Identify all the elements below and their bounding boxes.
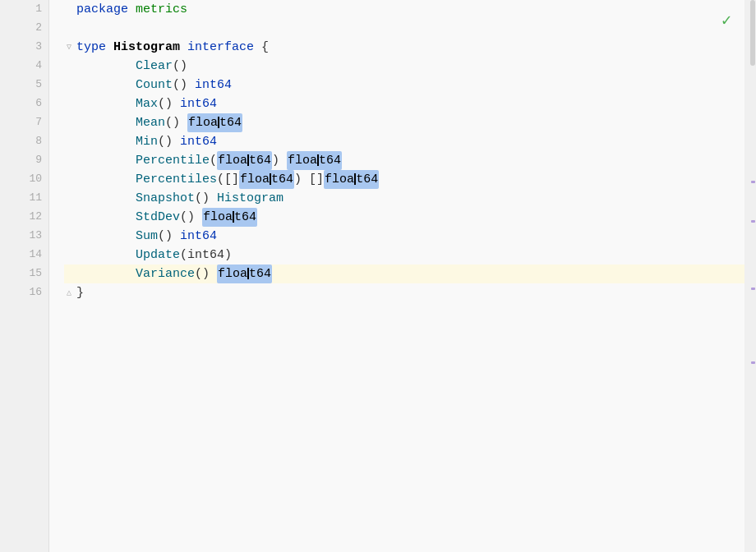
line-num-3: 3: [35, 38, 42, 57]
code-line-14: Update (int64): [64, 246, 744, 264]
code-line-3: ▽ type Histogram interface {: [64, 38, 744, 57]
line-num-14: 14: [29, 246, 42, 264]
code-line-11: Snapshot () Histogram: [64, 189, 744, 208]
code-line-10: Percentiles ([] float64 ) [] float64: [64, 170, 744, 189]
code-line-5: Count () int64: [64, 76, 744, 94]
ret-float64-7: float64: [187, 113, 242, 132]
code-line-8: Min () int64: [64, 132, 744, 151]
ret-histogram-11: Histogram: [217, 189, 284, 208]
line-num-6: 6: [35, 94, 42, 113]
scrollbar-marker-2: [751, 220, 755, 223]
method-mean: Mean: [136, 113, 165, 132]
code-line-12: StdDev () float64: [64, 208, 744, 227]
code-content[interactable]: package metrics ▽ type Histogram interfa…: [49, 0, 744, 552]
line-num-8: 8: [35, 132, 42, 151]
line-num-9: 9: [35, 151, 42, 170]
line-num-16: 16: [29, 283, 42, 302]
line-num-1: 1: [35, 0, 42, 19]
code-line-7: Mean () float64: [64, 113, 744, 132]
line-num-7: 7: [35, 113, 42, 132]
type-histogram: Histogram: [113, 38, 180, 57]
ret-float64-12: float64: [202, 208, 257, 227]
keyword-interface: interface: [187, 38, 254, 57]
method-snapshot: Snapshot: [136, 189, 195, 208]
ret-float64-10: float64: [324, 170, 379, 189]
code-line-15: Variance () float64: [64, 264, 744, 283]
code-line-4: Clear (): [64, 57, 744, 76]
ret-int64-6: int64: [180, 94, 217, 113]
line-num-5: 5: [35, 76, 42, 94]
scrollbar-marker-4: [751, 361, 755, 364]
method-max: Max: [136, 94, 158, 113]
ret-int64-5: int64: [195, 76, 232, 94]
scrollbar-marker-3: [751, 288, 755, 290]
method-count: Count: [136, 76, 173, 94]
method-update: Update: [136, 246, 180, 264]
method-percentile: Percentile: [136, 151, 210, 170]
code-line-2: [64, 19, 744, 38]
code-line-16: △ }: [64, 283, 744, 302]
line-num-13: 13: [29, 227, 42, 246]
fold-icon-3[interactable]: ▽: [64, 43, 74, 53]
code-line-6: Max () int64: [64, 94, 744, 113]
line-number-gutter: 1 2 3 4 5 6 7 8 9 10 11 12 13 14 15 16: [0, 0, 49, 552]
ret-int64-8: int64: [180, 132, 217, 151]
method-clear: Clear: [136, 57, 173, 76]
method-percentiles: Percentiles: [136, 170, 217, 189]
scrollbar-marker-1: [751, 181, 755, 183]
line-num-4: 4: [35, 57, 42, 76]
method-stddev: StdDev: [136, 208, 180, 227]
line-num-11: 11: [29, 189, 42, 208]
line-num-12: 12: [29, 208, 42, 227]
fold-icon-16[interactable]: △: [64, 288, 74, 298]
checkmark-icon: ✓: [721, 8, 731, 34]
param-float64-9: float64: [217, 151, 272, 170]
line-num-10: 10: [29, 170, 42, 189]
line-num-15: 15: [29, 264, 42, 283]
scrollbar[interactable]: [744, 0, 756, 552]
method-min: Min: [136, 132, 158, 151]
code-line-9: Percentile ( float64 ) float64: [64, 151, 744, 170]
ret-float64-15: float64: [217, 264, 272, 283]
keyword-package: package: [76, 0, 128, 19]
code-editor: 1 2 3 4 5 6 7 8 9 10 11 12 13 14 15 16 p…: [0, 0, 756, 552]
code-line-1: package metrics: [64, 0, 744, 19]
ret-float64-9: float64: [287, 151, 342, 170]
code-line-13: Sum () int64: [64, 227, 744, 246]
scrollbar-thumb[interactable]: [750, 0, 755, 66]
keyword-type: type: [76, 38, 106, 57]
ret-int64-13: int64: [180, 227, 217, 246]
method-variance: Variance: [136, 264, 195, 283]
space: [128, 0, 136, 19]
line-num-2: 2: [35, 19, 42, 38]
package-name: metrics: [136, 0, 187, 19]
param-float64-10: float64: [239, 170, 294, 189]
method-sum: Sum: [136, 227, 158, 246]
